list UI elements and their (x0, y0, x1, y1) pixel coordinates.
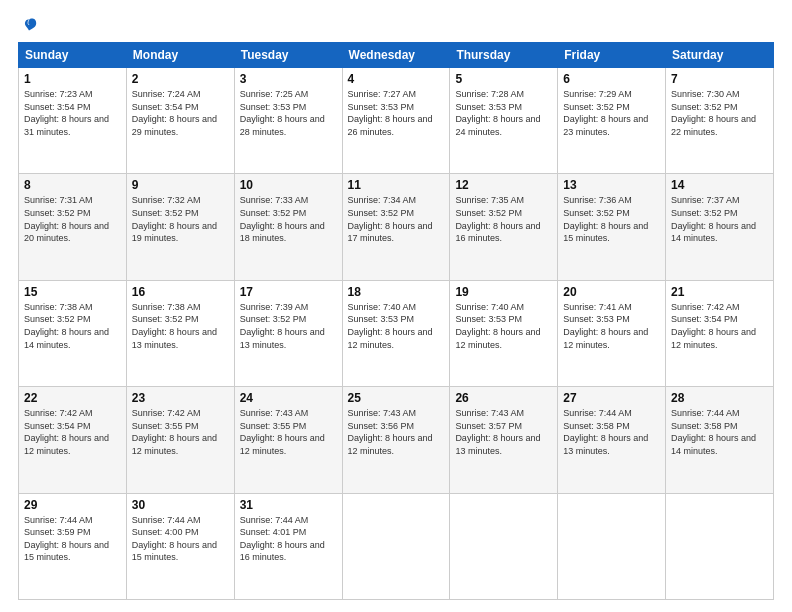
day-number: 31 (240, 498, 337, 512)
day-number: 9 (132, 178, 229, 192)
calendar-cell: 15Sunrise: 7:38 AMSunset: 3:52 PMDayligh… (19, 280, 127, 386)
cell-text: Sunrise: 7:38 AMSunset: 3:52 PMDaylight:… (24, 301, 121, 351)
page: SundayMondayTuesdayWednesdayThursdayFrid… (0, 0, 792, 612)
calendar-cell: 8Sunrise: 7:31 AMSunset: 3:52 PMDaylight… (19, 174, 127, 280)
cell-text: Sunrise: 7:44 AMSunset: 4:00 PMDaylight:… (132, 514, 229, 564)
cell-text: Sunrise: 7:44 AMSunset: 4:01 PMDaylight:… (240, 514, 337, 564)
day-number: 18 (348, 285, 445, 299)
calendar-cell (450, 493, 558, 599)
calendar-cell: 3Sunrise: 7:25 AMSunset: 3:53 PMDaylight… (234, 68, 342, 174)
cell-text: Sunrise: 7:44 AMSunset: 3:58 PMDaylight:… (563, 407, 660, 457)
day-number: 5 (455, 72, 552, 86)
day-header-tuesday: Tuesday (234, 43, 342, 68)
cell-text: Sunrise: 7:31 AMSunset: 3:52 PMDaylight:… (24, 194, 121, 244)
calendar-cell: 22Sunrise: 7:42 AMSunset: 3:54 PMDayligh… (19, 387, 127, 493)
cell-text: Sunrise: 7:40 AMSunset: 3:53 PMDaylight:… (455, 301, 552, 351)
calendar-week-row: 15Sunrise: 7:38 AMSunset: 3:52 PMDayligh… (19, 280, 774, 386)
day-number: 21 (671, 285, 768, 299)
calendar-cell: 13Sunrise: 7:36 AMSunset: 3:52 PMDayligh… (558, 174, 666, 280)
day-number: 15 (24, 285, 121, 299)
calendar-cell: 21Sunrise: 7:42 AMSunset: 3:54 PMDayligh… (666, 280, 774, 386)
logo-bird-icon (20, 16, 38, 34)
cell-text: Sunrise: 7:38 AMSunset: 3:52 PMDaylight:… (132, 301, 229, 351)
calendar-week-row: 1Sunrise: 7:23 AMSunset: 3:54 PMDaylight… (19, 68, 774, 174)
cell-text: Sunrise: 7:44 AMSunset: 3:58 PMDaylight:… (671, 407, 768, 457)
day-header-thursday: Thursday (450, 43, 558, 68)
cell-text: Sunrise: 7:24 AMSunset: 3:54 PMDaylight:… (132, 88, 229, 138)
day-header-friday: Friday (558, 43, 666, 68)
cell-text: Sunrise: 7:23 AMSunset: 3:54 PMDaylight:… (24, 88, 121, 138)
calendar-cell: 26Sunrise: 7:43 AMSunset: 3:57 PMDayligh… (450, 387, 558, 493)
cell-text: Sunrise: 7:42 AMSunset: 3:54 PMDaylight:… (671, 301, 768, 351)
day-number: 30 (132, 498, 229, 512)
day-number: 10 (240, 178, 337, 192)
calendar-cell: 5Sunrise: 7:28 AMSunset: 3:53 PMDaylight… (450, 68, 558, 174)
calendar-cell: 30Sunrise: 7:44 AMSunset: 4:00 PMDayligh… (126, 493, 234, 599)
day-header-sunday: Sunday (19, 43, 127, 68)
day-number: 8 (24, 178, 121, 192)
cell-text: Sunrise: 7:43 AMSunset: 3:56 PMDaylight:… (348, 407, 445, 457)
calendar-cell: 7Sunrise: 7:30 AMSunset: 3:52 PMDaylight… (666, 68, 774, 174)
calendar-cell: 11Sunrise: 7:34 AMSunset: 3:52 PMDayligh… (342, 174, 450, 280)
header (18, 16, 774, 34)
calendar-table: SundayMondayTuesdayWednesdayThursdayFrid… (18, 42, 774, 600)
day-number: 11 (348, 178, 445, 192)
calendar-cell: 10Sunrise: 7:33 AMSunset: 3:52 PMDayligh… (234, 174, 342, 280)
day-number: 27 (563, 391, 660, 405)
cell-text: Sunrise: 7:28 AMSunset: 3:53 PMDaylight:… (455, 88, 552, 138)
calendar-cell: 14Sunrise: 7:37 AMSunset: 3:52 PMDayligh… (666, 174, 774, 280)
day-number: 4 (348, 72, 445, 86)
day-number: 25 (348, 391, 445, 405)
calendar-cell: 31Sunrise: 7:44 AMSunset: 4:01 PMDayligh… (234, 493, 342, 599)
cell-text: Sunrise: 7:43 AMSunset: 3:55 PMDaylight:… (240, 407, 337, 457)
calendar-cell: 12Sunrise: 7:35 AMSunset: 3:52 PMDayligh… (450, 174, 558, 280)
day-number: 6 (563, 72, 660, 86)
day-number: 23 (132, 391, 229, 405)
cell-text: Sunrise: 7:30 AMSunset: 3:52 PMDaylight:… (671, 88, 768, 138)
cell-text: Sunrise: 7:29 AMSunset: 3:52 PMDaylight:… (563, 88, 660, 138)
calendar-cell: 19Sunrise: 7:40 AMSunset: 3:53 PMDayligh… (450, 280, 558, 386)
cell-text: Sunrise: 7:40 AMSunset: 3:53 PMDaylight:… (348, 301, 445, 351)
day-header-wednesday: Wednesday (342, 43, 450, 68)
day-number: 17 (240, 285, 337, 299)
day-number: 3 (240, 72, 337, 86)
cell-text: Sunrise: 7:39 AMSunset: 3:52 PMDaylight:… (240, 301, 337, 351)
calendar-cell: 17Sunrise: 7:39 AMSunset: 3:52 PMDayligh… (234, 280, 342, 386)
calendar-cell (558, 493, 666, 599)
cell-text: Sunrise: 7:25 AMSunset: 3:53 PMDaylight:… (240, 88, 337, 138)
cell-text: Sunrise: 7:44 AMSunset: 3:59 PMDaylight:… (24, 514, 121, 564)
calendar-cell: 23Sunrise: 7:42 AMSunset: 3:55 PMDayligh… (126, 387, 234, 493)
day-number: 26 (455, 391, 552, 405)
day-number: 19 (455, 285, 552, 299)
cell-text: Sunrise: 7:34 AMSunset: 3:52 PMDaylight:… (348, 194, 445, 244)
day-number: 13 (563, 178, 660, 192)
day-number: 28 (671, 391, 768, 405)
cell-text: Sunrise: 7:42 AMSunset: 3:54 PMDaylight:… (24, 407, 121, 457)
day-number: 2 (132, 72, 229, 86)
calendar-cell (666, 493, 774, 599)
calendar-cell: 1Sunrise: 7:23 AMSunset: 3:54 PMDaylight… (19, 68, 127, 174)
calendar-week-row: 22Sunrise: 7:42 AMSunset: 3:54 PMDayligh… (19, 387, 774, 493)
cell-text: Sunrise: 7:33 AMSunset: 3:52 PMDaylight:… (240, 194, 337, 244)
calendar-cell: 18Sunrise: 7:40 AMSunset: 3:53 PMDayligh… (342, 280, 450, 386)
calendar-week-row: 29Sunrise: 7:44 AMSunset: 3:59 PMDayligh… (19, 493, 774, 599)
cell-text: Sunrise: 7:41 AMSunset: 3:53 PMDaylight:… (563, 301, 660, 351)
day-number: 16 (132, 285, 229, 299)
calendar-cell: 29Sunrise: 7:44 AMSunset: 3:59 PMDayligh… (19, 493, 127, 599)
calendar-cell (342, 493, 450, 599)
day-number: 1 (24, 72, 121, 86)
day-header-monday: Monday (126, 43, 234, 68)
calendar-cell: 24Sunrise: 7:43 AMSunset: 3:55 PMDayligh… (234, 387, 342, 493)
calendar-cell: 28Sunrise: 7:44 AMSunset: 3:58 PMDayligh… (666, 387, 774, 493)
day-number: 24 (240, 391, 337, 405)
calendar-cell: 25Sunrise: 7:43 AMSunset: 3:56 PMDayligh… (342, 387, 450, 493)
day-number: 7 (671, 72, 768, 86)
day-number: 20 (563, 285, 660, 299)
cell-text: Sunrise: 7:42 AMSunset: 3:55 PMDaylight:… (132, 407, 229, 457)
day-number: 29 (24, 498, 121, 512)
day-header-saturday: Saturday (666, 43, 774, 68)
calendar-cell: 9Sunrise: 7:32 AMSunset: 3:52 PMDaylight… (126, 174, 234, 280)
cell-text: Sunrise: 7:37 AMSunset: 3:52 PMDaylight:… (671, 194, 768, 244)
calendar-week-row: 8Sunrise: 7:31 AMSunset: 3:52 PMDaylight… (19, 174, 774, 280)
logo (18, 16, 38, 34)
